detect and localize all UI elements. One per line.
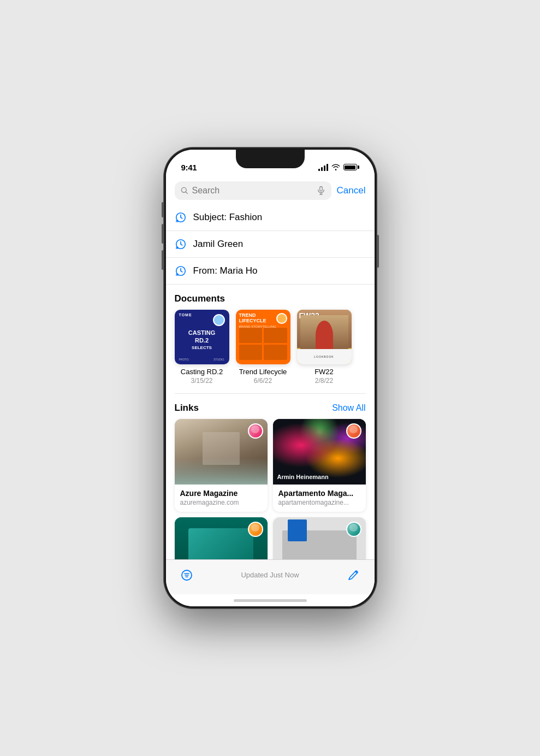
filter-icon[interactable] bbox=[179, 568, 194, 583]
bottom-bar: Updated Just Now bbox=[166, 559, 375, 594]
link-thumbnail bbox=[175, 517, 268, 560]
signal-strength-icon bbox=[318, 164, 328, 171]
link-thumbnail bbox=[175, 419, 268, 485]
link-avatar bbox=[346, 423, 361, 439]
documents-row: TOME CASTINGRD.2 SELECTS PHOTO: STUDIO. … bbox=[166, 310, 375, 393]
recent-search-item[interactable]: Jamil Green bbox=[166, 231, 375, 258]
document-name: Casting RD.2 bbox=[181, 368, 223, 376]
link-name: Azure Magazine bbox=[180, 489, 262, 498]
document-thumbnail: TOME CASTINGRD.2 SELECTS PHOTO: STUDIO. bbox=[175, 310, 229, 364]
link-thumbnail: Armin Heinemann bbox=[273, 419, 366, 485]
update-status: Updated Just Now bbox=[241, 571, 299, 579]
phone-screen: 9:41 bbox=[166, 150, 375, 606]
home-indicator[interactable] bbox=[166, 594, 375, 606]
document-name: Trend Lifecycle bbox=[239, 368, 287, 376]
battery-icon bbox=[343, 164, 359, 170]
links-section-title: Links bbox=[175, 403, 199, 414]
search-input-wrap[interactable] bbox=[175, 181, 331, 200]
svg-point-0 bbox=[181, 187, 186, 192]
home-bar bbox=[234, 599, 307, 602]
link-card[interactable]: MacGuffin | The Lif... bbox=[273, 517, 366, 560]
link-url: apartamentomagazine... bbox=[278, 499, 360, 506]
recent-search-item[interactable]: Subject: Fashion bbox=[166, 204, 375, 231]
link-card[interactable]: Armin Heinemann Apartamento Maga... apar… bbox=[273, 419, 366, 512]
recent-search-text: Subject: Fashion bbox=[193, 212, 263, 223]
show-all-button[interactable]: Show All bbox=[332, 403, 365, 413]
links-section-header: Links Show All bbox=[166, 394, 375, 419]
notch bbox=[236, 150, 305, 168]
link-avatar bbox=[248, 522, 263, 537]
status-icons bbox=[318, 164, 359, 171]
document-item[interactable]: TOME CASTINGRD.2 SELECTS PHOTO: STUDIO. … bbox=[175, 310, 229, 385]
cancel-button[interactable]: Cancel bbox=[337, 185, 366, 196]
document-item[interactable]: FW22 LOOKBOOK FW22 2/8/22 bbox=[297, 310, 352, 385]
clock-arrow-icon bbox=[175, 211, 187, 223]
silent-button[interactable] bbox=[162, 202, 164, 217]
status-time: 9:41 bbox=[181, 163, 197, 172]
link-url: azuremagazine.com bbox=[180, 499, 262, 506]
recent-search-text: From: Maria Ho bbox=[193, 265, 258, 276]
link-info: Apartamento Maga... apartamentomagazine.… bbox=[273, 485, 366, 512]
svg-rect-1 bbox=[319, 187, 322, 191]
link-avatar bbox=[346, 522, 361, 537]
content-area: Cancel Subject: Fashion bbox=[166, 177, 375, 559]
link-info: Azure Magazine azuremagazine.com bbox=[175, 485, 268, 512]
link-card[interactable]: Piecework Puzzles bbox=[175, 517, 268, 560]
search-input[interactable] bbox=[192, 186, 313, 196]
search-icon bbox=[180, 186, 189, 195]
document-thumbnail: TRENDLIFECYCLE BRAND STORYTELLING bbox=[236, 310, 290, 364]
phone-frame: 9:41 bbox=[164, 147, 377, 609]
document-date: 6/6/22 bbox=[254, 377, 272, 385]
recent-search-item[interactable]: From: Maria Ho bbox=[166, 258, 375, 285]
volume-down-button[interactable] bbox=[162, 250, 164, 270]
documents-section-title: Documents bbox=[175, 293, 226, 304]
compose-icon[interactable] bbox=[346, 568, 361, 583]
link-avatar bbox=[248, 423, 263, 439]
recent-search-text: Jamil Green bbox=[193, 239, 244, 250]
wifi-icon bbox=[331, 164, 340, 170]
search-bar-row: Cancel bbox=[166, 177, 375, 204]
document-name: FW22 bbox=[314, 368, 334, 376]
clock-arrow-icon bbox=[175, 238, 187, 250]
documents-section-header: Documents bbox=[166, 285, 375, 310]
document-date: 2/8/22 bbox=[315, 377, 333, 385]
links-grid: Azure Magazine azuremagazine.com Armin H… bbox=[166, 419, 375, 560]
document-date: 3/15/22 bbox=[191, 377, 212, 385]
link-card[interactable]: Azure Magazine azuremagazine.com bbox=[175, 419, 268, 512]
link-name: Apartamento Maga... bbox=[278, 489, 360, 498]
document-item[interactable]: TRENDLIFECYCLE BRAND STORYTELLING Trend bbox=[236, 310, 290, 385]
document-thumbnail: FW22 LOOKBOOK bbox=[297, 310, 352, 364]
power-button[interactable] bbox=[377, 235, 379, 268]
link-thumbnail bbox=[273, 517, 366, 560]
clock-arrow-icon bbox=[175, 265, 187, 277]
microphone-icon[interactable] bbox=[316, 186, 326, 196]
volume-up-button[interactable] bbox=[162, 224, 164, 244]
armin-label: Armin Heinemann bbox=[277, 474, 329, 480]
